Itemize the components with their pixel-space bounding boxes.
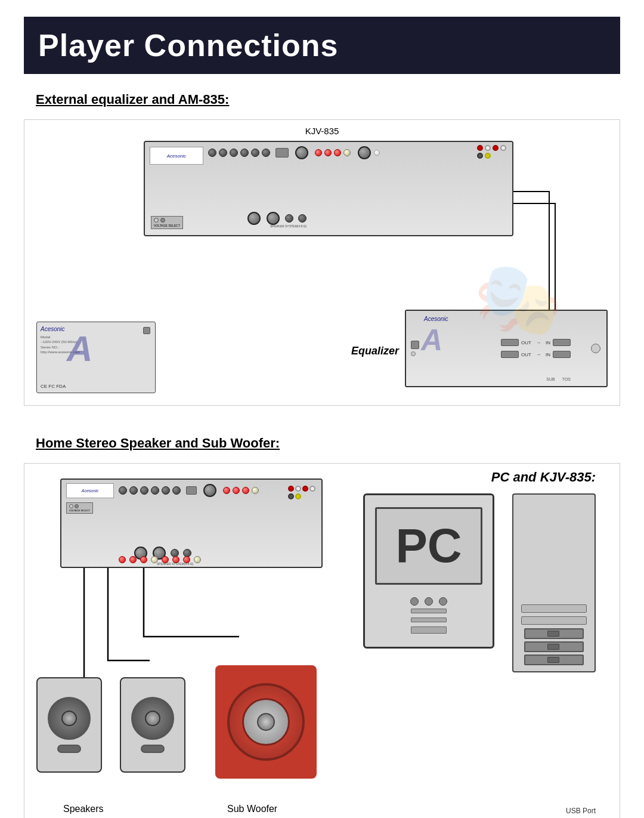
big-a-small-device: A <box>67 328 92 369</box>
r2-volt-c2 <box>75 504 79 508</box>
speakers-label: Speakers <box>63 804 104 814</box>
receiver2-knobs <box>118 483 259 498</box>
r2-knob-red-2 <box>233 487 240 494</box>
knob-1 <box>208 149 216 157</box>
eq-sub-label: SUB <box>546 377 555 381</box>
pc-disk-1 <box>411 609 447 613</box>
pc-disk-2 <box>411 618 447 622</box>
receiver-right-ports <box>477 145 506 159</box>
knob-6 <box>262 149 270 157</box>
sub-cone-inner <box>257 713 275 731</box>
r2-display <box>186 486 197 495</box>
knob-red-1 <box>315 149 322 156</box>
receiver-device: Acesonic <box>144 141 513 236</box>
r2-bottom-red-3 <box>140 556 147 563</box>
section2-diagram: PC and KJV-835: Acesonic <box>24 463 620 818</box>
knobs-top <box>208 145 380 160</box>
usb-port-text: USB Port <box>566 807 596 815</box>
usb-tower <box>512 493 596 672</box>
ce-marks: CE FC FDA <box>41 384 66 389</box>
knob-red-3 <box>334 149 341 156</box>
sd-power-btn <box>143 327 150 334</box>
r2-right-ports <box>288 486 315 499</box>
volt-text: VOLTAGE SELECT <box>154 224 180 227</box>
r2-knob-2 <box>129 486 138 495</box>
section2-title: Home Stereo Speaker and Sub Woofer: <box>36 436 620 451</box>
usb-plug-2 <box>547 644 559 650</box>
small-device-inner: Acesonic A Model ~130V-240V (50-60Hz) Se… <box>37 322 155 393</box>
r2-knob-3 <box>140 486 148 495</box>
port-row-2 <box>477 153 506 159</box>
eq-right-circle <box>591 344 600 353</box>
knob-red-2 <box>324 149 332 156</box>
subwoofer-label: Sub Woofer <box>227 804 277 814</box>
r2-knob-large-1 <box>203 484 216 497</box>
speaker-cone-outer-left <box>48 697 91 740</box>
sub-cone-mid <box>242 698 290 746</box>
r2-volt-selector: VOLTAGE SELECT <box>66 502 93 514</box>
r2-knob-1 <box>119 486 127 495</box>
r2-rca-red-1 <box>288 486 294 492</box>
small-device: Acesonic A Model ~130V-240V (50-60Hz) Se… <box>36 322 156 393</box>
small-device-logo: Acesonic <box>41 326 151 332</box>
receiver-inner: Acesonic <box>145 142 512 235</box>
knob-gold-1 <box>343 149 351 156</box>
pc-power-btn <box>410 597 419 606</box>
speaker-left <box>36 677 102 773</box>
receiver-bottom: VOLTAGE SELECT SPEAKER SYSTEM(4-8 Ω) <box>151 216 506 229</box>
usb-plug-3 <box>547 657 559 663</box>
eq-tos-label: TOS <box>562 377 571 381</box>
receiver-inner-2: Acesonic <box>61 480 321 567</box>
speaker-cone-inner-right <box>145 711 160 726</box>
usb-decoration-2 <box>521 616 587 625</box>
center-knob-4 <box>298 214 306 223</box>
speaker-cone-outer-right <box>131 697 174 740</box>
section1-title: External equalizer and AM-835: <box>36 92 620 107</box>
pc-device: PC <box>363 493 494 649</box>
sd-model: Model <box>41 335 151 339</box>
r2-bottom-red-2 <box>129 556 137 563</box>
center-knob-1 <box>247 212 261 225</box>
small-device-info: Model ~130V-240V (50-60Hz) Series NO.: h… <box>41 335 151 355</box>
usb-port-label: USB Port <box>566 805 596 816</box>
kjv-label: KJV-835 <box>305 126 339 136</box>
usb-slot-1 <box>524 628 584 639</box>
rca-1 <box>477 153 483 159</box>
receiver-logo: Acesonic <box>150 147 203 165</box>
r2-ports-row2 <box>288 493 315 499</box>
r2-knob-gold-1 <box>252 487 259 494</box>
small-device-power <box>143 327 150 334</box>
speaker-port-left <box>57 745 81 753</box>
r2-rca-white-2 <box>309 486 315 492</box>
pc-disk-3 <box>411 626 447 634</box>
rca-red-1 <box>477 145 483 151</box>
receiver2-logo: Acesonic <box>66 483 114 498</box>
eq-indicator <box>411 351 416 356</box>
r2-knob-red-1 <box>223 487 230 494</box>
knob-white-1 <box>374 150 380 156</box>
pc-bottom <box>371 597 487 635</box>
subwoofer-device <box>215 665 317 779</box>
speaker-port-right <box>141 745 165 753</box>
pc-btn-2 <box>425 597 433 606</box>
knob-large-2 <box>358 146 371 159</box>
sd-series: Series NO.: <box>41 345 151 350</box>
r2-bottom-red-1 <box>119 556 126 563</box>
rca-red-2 <box>493 145 499 151</box>
speaker-system-label: SPEAKER SYSTEM(4-8 Ω) <box>270 224 306 228</box>
pc-kjv-label: PC and KJV-835: <box>491 470 596 485</box>
knob-4 <box>240 149 249 157</box>
r2-rca-white-1 <box>295 486 301 492</box>
knob-2 <box>219 149 227 157</box>
r2-speaker-label: SPEAKER SYSTEM(4-8 Ω) <box>157 562 193 566</box>
knob-3 <box>230 149 238 157</box>
big-a-eq: A <box>421 323 442 357</box>
eq-power-btn <box>411 341 419 349</box>
page-header: Player Connections <box>24 17 620 74</box>
pc-btn-3 <box>439 597 447 606</box>
mascot-decoration: 🎭 <box>459 239 578 359</box>
sd-power-spec: ~130V-240V (50-60Hz) <box>41 339 151 344</box>
r2-knob-5 <box>162 486 170 495</box>
volt-circle-1 <box>154 218 159 223</box>
volt-circle-2 <box>160 218 165 223</box>
